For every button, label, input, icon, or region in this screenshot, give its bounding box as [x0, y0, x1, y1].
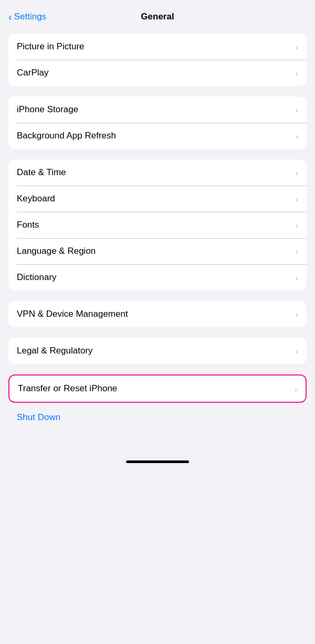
chevron-right-icon: ›: [296, 168, 298, 177]
home-indicator-container: [0, 455, 315, 474]
home-indicator-bar: [126, 460, 189, 463]
settings-group-4: VPN & Device Management ›: [8, 301, 307, 327]
settings-row-dictionary[interactable]: Dictionary ›: [8, 264, 307, 291]
settings-row-background-app-refresh[interactable]: Background App Refresh ›: [8, 123, 307, 149]
settings-row-language-region[interactable]: Language & Region ›: [8, 238, 307, 264]
chevron-right-icon: ›: [296, 132, 298, 141]
settings-row-iphone-storage[interactable]: iPhone Storage ›: [8, 96, 307, 123]
chevron-right-icon: ›: [296, 69, 298, 78]
navigation-header: ‹ Settings General: [0, 0, 315, 29]
settings-row-keyboard[interactable]: Keyboard ›: [8, 186, 307, 212]
shutdown-button[interactable]: Shut Down: [17, 412, 60, 422]
settings-row-vpn-device-management[interactable]: VPN & Device Management ›: [8, 301, 307, 327]
settings-row-transfer-reset[interactable]: Transfer or Reset iPhone ›: [9, 375, 306, 402]
chevron-right-icon: ›: [296, 310, 298, 319]
settings-row-fonts[interactable]: Fonts ›: [8, 212, 307, 238]
back-button[interactable]: ‹ Settings: [8, 11, 46, 23]
chevron-right-icon: ›: [296, 195, 298, 203]
settings-row-carplay[interactable]: CarPlay ›: [8, 60, 307, 86]
chevron-right-icon: ›: [296, 247, 298, 256]
settings-group-2: iPhone Storage › Background App Refresh …: [8, 96, 307, 149]
back-label: Settings: [14, 12, 46, 22]
settings-row-legal-regulatory[interactable]: Legal & Regulatory ›: [8, 338, 307, 364]
shutdown-container: Shut Down: [8, 405, 307, 430]
settings-group-transfer-reset: Transfer or Reset iPhone ›: [8, 374, 307, 403]
chevron-right-icon: ›: [296, 221, 298, 230]
chevron-left-icon: ‹: [8, 11, 12, 23]
settings-group-3: Date & Time › Keyboard › Fonts › Languag…: [8, 159, 307, 291]
settings-group-1: Picture in Picture › CarPlay ›: [8, 34, 307, 86]
page-title: General: [141, 12, 174, 22]
settings-content: Picture in Picture › CarPlay › iPhone St…: [0, 29, 315, 445]
chevron-right-icon: ›: [296, 42, 298, 51]
chevron-right-icon: ›: [296, 273, 298, 282]
settings-group-5: Legal & Regulatory ›: [8, 338, 307, 364]
settings-row-date-time[interactable]: Date & Time ›: [8, 159, 307, 186]
chevron-right-icon: ›: [296, 105, 298, 114]
settings-row-picture-in-picture[interactable]: Picture in Picture ›: [8, 34, 307, 60]
chevron-right-icon: ›: [295, 384, 297, 393]
chevron-right-icon: ›: [296, 347, 298, 356]
